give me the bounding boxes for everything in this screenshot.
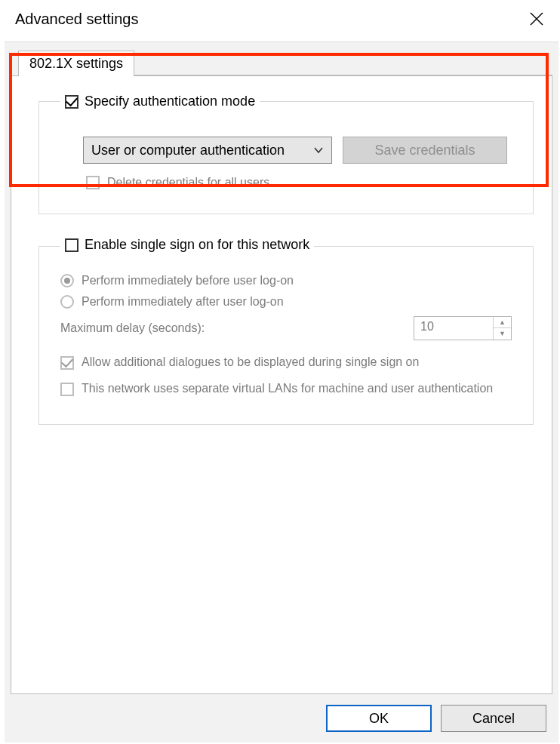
spinner-arrows: ▲ ▼: [493, 317, 511, 340]
auth-mode-value: User or computer authentication: [91, 143, 313, 158]
checkbox-icon: [60, 383, 74, 396]
cancel-button[interactable]: Cancel: [441, 705, 546, 732]
allow-dialogues-label: Allow additional dialogues to be display…: [82, 354, 419, 370]
checkbox-icon: [65, 238, 78, 252]
delete-credentials-checkbox: Delete credentials for all users: [86, 176, 512, 189]
specify-auth-mode-checkbox[interactable]: Specify authentication mode: [65, 94, 255, 109]
chevron-up-icon: ▲: [494, 317, 511, 329]
perform-after-label: Perform immediately after user log-on: [82, 295, 284, 309]
chevron-down-icon: [313, 145, 324, 155]
tab-8021x-settings[interactable]: 802.1X settings: [18, 51, 134, 76]
radio-icon: [60, 295, 74, 309]
close-icon: [529, 11, 544, 26]
max-delay-label: Maximum delay (seconds):: [60, 321, 414, 335]
auth-mode-combobox[interactable]: User or computer authentication: [83, 137, 332, 164]
checkbox-icon: [60, 356, 74, 370]
dialog-body: 802.1X settings Specify authentication m…: [5, 42, 558, 742]
chevron-down-icon: ▼: [494, 328, 511, 340]
dialog-title: Advanced settings: [15, 11, 528, 28]
perform-before-radio: Perform immediately before user log-on: [60, 274, 512, 287]
max-delay-value: 10: [414, 317, 493, 340]
perform-before-label: Perform immediately before user log-on: [82, 274, 294, 287]
delete-credentials-label: Delete credentials for all users: [107, 176, 269, 189]
save-credentials-button: Save credentials: [343, 137, 507, 164]
tab-panel: Specify authentication mode User or comp…: [11, 75, 552, 694]
title-bar: Advanced settings: [0, 0, 560, 38]
single-sign-on-group: Enable single sign on for this network P…: [38, 237, 534, 425]
separate-vlan-checkbox: This network uses separate virtual LANs …: [60, 380, 512, 397]
tab-strip: 802.1X settings: [18, 50, 552, 75]
specify-auth-mode-label: Specify authentication mode: [85, 94, 255, 109]
allow-dialogues-checkbox: Allow additional dialogues to be display…: [60, 354, 512, 370]
advanced-settings-dialog: Advanced settings 802.1X settings Specif…: [0, 0, 560, 744]
radio-icon: [60, 274, 74, 287]
dialog-button-row: OK Cancel: [326, 705, 546, 732]
enable-sso-label: Enable single sign on for this network: [85, 237, 309, 253]
checkbox-icon: [65, 95, 78, 109]
authentication-mode-group: Specify authentication mode User or comp…: [38, 93, 534, 214]
perform-after-radio: Perform immediately after user log-on: [60, 295, 512, 309]
separate-vlan-label: This network uses separate virtual LANs …: [82, 380, 493, 397]
close-button[interactable]: [528, 11, 545, 27]
max-delay-spinner: 10 ▲ ▼: [414, 316, 512, 340]
enable-sso-checkbox[interactable]: Enable single sign on for this network: [65, 237, 309, 253]
ok-button[interactable]: OK: [326, 705, 432, 732]
checkbox-icon: [86, 176, 100, 189]
